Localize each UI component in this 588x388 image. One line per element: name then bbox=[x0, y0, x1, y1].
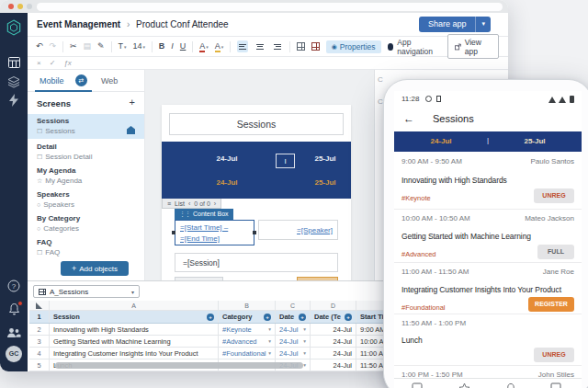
column-letter[interactable]: A bbox=[50, 301, 219, 310]
square-nav-icon[interactable] bbox=[550, 382, 561, 388]
builder-layers-icon[interactable] bbox=[0, 75, 28, 92]
session-title[interactable]: Integrating Customer Insights Into Your … bbox=[401, 285, 561, 294]
chevron-down-icon[interactable]: ▾ bbox=[303, 326, 306, 332]
session-content-box[interactable]: =[Session] bbox=[175, 253, 338, 272]
chevron-down-icon[interactable]: ▾ bbox=[268, 326, 271, 332]
underline-icon[interactable]: U bbox=[180, 42, 187, 51]
chevron-down-icon[interactable]: ▾ bbox=[268, 338, 271, 344]
resize-handle[interactable] bbox=[253, 231, 256, 234]
row-number[interactable]: 2 bbox=[29, 324, 50, 335]
unreg-button[interactable]: UNREG bbox=[534, 348, 574, 362]
select-all-cell[interactable] bbox=[29, 301, 50, 310]
chevron-down-icon[interactable]: ▾ bbox=[303, 338, 306, 344]
star-nav-icon[interactable] bbox=[458, 382, 470, 388]
add-screen-icon[interactable]: + bbox=[130, 97, 135, 108]
format-painter-icon[interactable]: ✎ bbox=[97, 42, 105, 51]
cell-date[interactable]: 24-Jul▾ bbox=[276, 336, 311, 347]
cell-date[interactable]: 24-Jul▾ bbox=[276, 348, 311, 359]
cell-session[interactable]: Innovating with High Standards bbox=[50, 324, 219, 335]
tab-mobile[interactable]: Mobile bbox=[40, 76, 64, 86]
minimize-window-icon[interactable] bbox=[17, 4, 23, 9]
share-app-button[interactable]: Share app ▾ bbox=[419, 17, 491, 32]
horizontal-scrollbar[interactable] bbox=[55, 362, 303, 369]
borders-icon[interactable] bbox=[297, 42, 305, 51]
unreg-button[interactable]: UNREG bbox=[534, 188, 574, 203]
help-icon[interactable]: ? bbox=[0, 280, 28, 294]
header-cell-session[interactable]: Session+ bbox=[50, 311, 219, 323]
start-time-formula[interactable]: =[Start Time] – bbox=[180, 223, 228, 232]
tables-icon[interactable] bbox=[0, 55, 28, 72]
cell-category[interactable]: #Advanced▾ bbox=[219, 336, 276, 347]
breadcrumb-app-name[interactable]: Product Conf Attendee bbox=[136, 19, 229, 29]
cell-date-text[interactable]: 24-Jul bbox=[311, 324, 356, 335]
share-dropdown-icon[interactable]: ▾ bbox=[476, 17, 491, 32]
design-canvas[interactable]: Sessions 24-Jul I 25-Jul 24-Jul 25-Jul ≡… bbox=[145, 70, 374, 280]
column-letter[interactable]: B bbox=[219, 301, 276, 310]
speaker-content-box[interactable]: =[Speaker] bbox=[258, 220, 338, 240]
collaborators-icon[interactable] bbox=[0, 325, 28, 342]
cell-format-icon[interactable] bbox=[311, 42, 320, 51]
register-button[interactable]: REGISTER bbox=[528, 297, 574, 312]
view-app-button[interactable]: View app bbox=[447, 34, 499, 59]
table-selector[interactable]: A_Sessions ▾ bbox=[33, 285, 140, 298]
breadcrumb-workbook[interactable]: Event Management bbox=[37, 19, 120, 29]
column-menu-icon[interactable]: + bbox=[299, 314, 306, 321]
resize-handle[interactable] bbox=[172, 231, 175, 234]
list-nav-icon[interactable] bbox=[412, 382, 423, 388]
sidebar-item-my-agenda[interactable]: My Agenda ☆My Agenda bbox=[28, 164, 144, 188]
cell-date-text[interactable]: 24-Jul bbox=[311, 359, 356, 371]
sidebar-item-speakers[interactable]: Speakers ○Speakers bbox=[28, 188, 144, 212]
sidebar-item-sessions[interactable]: Sessions ☐Sessions bbox=[28, 114, 144, 139]
phone-tab-25jul[interactable]: 25-Jul bbox=[488, 137, 582, 145]
header-cell-date[interactable]: Date+ bbox=[276, 311, 311, 323]
header-cell-date-text[interactable]: Date (Te+ bbox=[311, 311, 356, 323]
pager-prev-icon[interactable]: ‹ bbox=[188, 200, 190, 207]
row-number[interactable]: 3 bbox=[29, 336, 50, 347]
text-color-icon[interactable]: A▾ bbox=[199, 42, 209, 51]
chevron-down-icon[interactable]: ▾ bbox=[303, 362, 306, 368]
column-letter[interactable]: D bbox=[311, 301, 356, 310]
tab-24jul[interactable]: 24-Jul bbox=[207, 154, 247, 163]
close-window-icon[interactable] bbox=[8, 4, 14, 9]
app-navigation-button[interactable]: App navigation bbox=[388, 38, 441, 56]
chevron-down-icon[interactable]: ▾ bbox=[268, 350, 271, 356]
speaker-formula[interactable]: =[Speaker] bbox=[297, 226, 333, 234]
cell-session[interactable]: Integrating Customer Insights Into Your … bbox=[50, 348, 219, 359]
screen-title-box[interactable]: Sessions bbox=[169, 113, 344, 135]
tab-25jul[interactable]: 25-Jul bbox=[305, 154, 345, 163]
cell-category[interactable]: #Foundational▾ bbox=[219, 348, 276, 359]
user-avatar[interactable]: GC bbox=[6, 346, 22, 362]
align-center-icon[interactable] bbox=[254, 40, 266, 52]
content-box-tag[interactable]: ⋮⋮Content Box bbox=[175, 209, 233, 220]
header-cell-category[interactable]: Category+ bbox=[219, 311, 276, 323]
properties-button[interactable]: ◉ Properties bbox=[326, 40, 381, 53]
cell-date-text[interactable]: 24-Jul bbox=[311, 336, 356, 347]
row-number[interactable]: 5 bbox=[29, 359, 50, 371]
fill-color-icon[interactable]: A▾ bbox=[215, 42, 224, 51]
sidebar-item-faq[interactable]: FAQ ☐FAQ bbox=[28, 235, 144, 260]
session-title[interactable]: Getting Started with Machine Learning bbox=[401, 232, 531, 241]
cell-date-text[interactable]: 24-Jul bbox=[311, 348, 356, 359]
back-arrow-icon[interactable]: ← bbox=[403, 112, 414, 125]
device-toggle-icon[interactable]: ⇄ bbox=[75, 74, 87, 86]
notifications-bell-icon[interactable] bbox=[0, 302, 28, 319]
undo-icon[interactable]: ↶ bbox=[36, 42, 43, 51]
automations-bolt-icon[interactable] bbox=[0, 94, 28, 110]
date-tabs-block[interactable]: 24-Jul I 25-Jul 24-Jul 25-Jul bbox=[162, 142, 351, 199]
session-title[interactable]: Innovating with High Standards bbox=[401, 176, 507, 185]
tab-24jul-alt[interactable]: 24-Jul bbox=[207, 178, 247, 187]
tab-25jul-alt[interactable]: 25-Jul bbox=[305, 178, 345, 187]
cut-icon[interactable]: ✂ bbox=[70, 42, 77, 51]
cell-session[interactable]: Getting Started with Machine Learning bbox=[50, 336, 219, 347]
zoom-window-icon[interactable] bbox=[27, 4, 32, 9]
bold-icon[interactable]: B bbox=[159, 42, 165, 51]
column-menu-icon[interactable]: + bbox=[345, 314, 352, 321]
bell-nav-icon[interactable] bbox=[505, 382, 516, 388]
formula-apply-icon[interactable]: ✓ bbox=[50, 59, 56, 67]
selected-separator-box[interactable]: I bbox=[276, 154, 295, 168]
paste-icon[interactable]: ▤ bbox=[84, 42, 92, 51]
row-number[interactable]: 4 bbox=[29, 348, 50, 359]
cell-date[interactable]: 24-Jul▾ bbox=[276, 324, 311, 335]
selected-content-box[interactable]: =[Start Time] – =[End Time] bbox=[175, 220, 254, 245]
sidebar-item-by-category[interactable]: By Category ○Categories bbox=[28, 211, 144, 236]
